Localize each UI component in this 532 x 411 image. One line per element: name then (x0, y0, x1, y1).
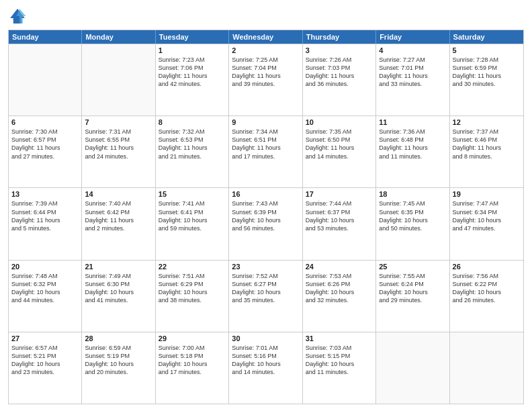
cell-line: Sunrise: 7:36 AM (379, 128, 446, 136)
cell-line: Sunset: 6:37 PM (306, 208, 373, 216)
cell-line: and 17 minutes. (232, 152, 299, 161)
cell-line: Sunrise: 7:37 AM (453, 128, 521, 136)
calendar-cell: 23Sunrise: 7:52 AMSunset: 6:27 PMDayligh… (229, 261, 302, 332)
cell-line: and 8 minutes. (453, 152, 521, 161)
calendar-header-monday: Monday (82, 30, 155, 44)
cell-line: Daylight: 11 hours (11, 216, 79, 224)
cell-line: Sunset: 6:34 PM (453, 208, 521, 216)
calendar-row-1: 6Sunrise: 7:30 AMSunset: 6:57 PMDaylight… (9, 116, 523, 187)
calendar-cell: 18Sunrise: 7:45 AMSunset: 6:35 PMDayligh… (376, 188, 449, 259)
calendar-cell: 15Sunrise: 7:41 AMSunset: 6:41 PMDayligh… (156, 188, 229, 259)
cell-line: Daylight: 10 hours (453, 216, 521, 224)
calendar-cell (450, 332, 523, 404)
cell-line: Sunset: 6:29 PM (159, 280, 226, 288)
calendar-cell: 29Sunrise: 7:00 AMSunset: 5:18 PMDayligh… (156, 332, 229, 404)
cell-line: Sunrise: 7:35 AM (306, 128, 373, 136)
calendar-cell: 7Sunrise: 7:31 AMSunset: 6:55 PMDaylight… (82, 116, 155, 187)
cell-line: Daylight: 10 hours (159, 216, 226, 224)
cell-line: and 17 minutes. (159, 368, 226, 376)
day-number: 16 (232, 190, 299, 198)
cell-line: Daylight: 10 hours (379, 288, 446, 296)
calendar-cell: 30Sunrise: 7:01 AMSunset: 5:16 PMDayligh… (229, 332, 302, 404)
cell-line: Sunrise: 7:41 AM (159, 199, 226, 208)
cell-line: Sunset: 7:04 PM (232, 64, 299, 72)
cell-line: Sunrise: 7:32 AM (159, 128, 226, 136)
cell-line: and 50 minutes. (379, 224, 446, 232)
cell-line: and 38 minutes. (159, 296, 226, 304)
day-number: 22 (159, 263, 226, 271)
cell-line: Sunset: 6:26 PM (306, 280, 373, 288)
cell-line: Daylight: 11 hours (379, 72, 446, 80)
cell-line: Sunset: 6:53 PM (159, 136, 226, 144)
cell-line: and 41 minutes. (85, 296, 152, 304)
cell-line: Sunset: 7:06 PM (159, 64, 226, 72)
cell-line: Daylight: 11 hours (159, 144, 226, 152)
cell-line: and 5 minutes. (11, 224, 79, 232)
cell-line: Sunrise: 7:34 AM (232, 128, 299, 136)
cell-line: Sunrise: 7:27 AM (379, 56, 446, 64)
day-number: 1 (159, 46, 226, 54)
cell-line: Daylight: 11 hours (379, 144, 446, 152)
cell-line: Sunset: 6:24 PM (379, 280, 446, 288)
cell-line: and 11 minutes. (306, 368, 373, 376)
calendar-cell: 6Sunrise: 7:30 AMSunset: 6:57 PMDaylight… (9, 116, 82, 187)
cell-line: Sunrise: 7:52 AM (232, 272, 299, 280)
calendar-cell: 17Sunrise: 7:44 AMSunset: 6:37 PMDayligh… (303, 188, 376, 259)
page-header (8, 7, 524, 26)
cell-line: Sunset: 6:30 PM (85, 280, 152, 288)
calendar-cell: 27Sunrise: 6:57 AMSunset: 5:21 PMDayligh… (9, 332, 82, 404)
cell-line: Sunset: 6:57 PM (11, 136, 79, 144)
day-number: 24 (306, 263, 373, 271)
calendar-cell: 4Sunrise: 7:27 AMSunset: 7:01 PMDaylight… (376, 44, 449, 116)
calendar-header-saturday: Saturday (450, 30, 523, 44)
day-number: 7 (85, 118, 152, 126)
calendar-row-0: 1Sunrise: 7:23 AMSunset: 7:06 PMDaylight… (9, 44, 523, 116)
cell-line: Sunset: 6:35 PM (379, 208, 446, 216)
logo (8, 7, 30, 26)
cell-line: Sunrise: 7:01 AM (232, 344, 299, 352)
cell-line: Sunrise: 7:25 AM (232, 56, 299, 64)
calendar-cell: 14Sunrise: 7:40 AMSunset: 6:42 PMDayligh… (82, 188, 155, 259)
calendar-cell: 20Sunrise: 7:48 AMSunset: 6:32 PMDayligh… (9, 261, 82, 332)
calendar-cell: 26Sunrise: 7:56 AMSunset: 6:22 PMDayligh… (450, 261, 523, 332)
day-number: 25 (379, 263, 446, 271)
calendar-cell: 28Sunrise: 6:59 AMSunset: 5:19 PMDayligh… (82, 332, 155, 404)
calendar-body: 1Sunrise: 7:23 AMSunset: 7:06 PMDaylight… (9, 44, 523, 404)
cell-line: and 36 minutes. (306, 80, 373, 88)
cell-line: Sunrise: 7:31 AM (85, 128, 152, 136)
cell-line: Sunset: 6:46 PM (453, 136, 521, 144)
cell-line: Sunset: 6:22 PM (453, 280, 521, 288)
cell-line: Sunset: 6:48 PM (379, 136, 446, 144)
calendar-cell (9, 44, 82, 116)
cell-line: Daylight: 11 hours (453, 72, 521, 80)
cell-line: and 44 minutes. (11, 296, 79, 304)
day-number: 31 (306, 334, 373, 342)
day-number: 2 (232, 46, 299, 54)
cell-line: Sunset: 6:42 PM (85, 208, 152, 216)
cell-line: Daylight: 10 hours (232, 360, 299, 368)
cell-line: and 56 minutes. (232, 224, 299, 232)
cell-line: Sunset: 5:18 PM (159, 352, 226, 360)
cell-line: Daylight: 10 hours (306, 216, 373, 224)
cell-line: Sunset: 6:32 PM (11, 280, 79, 288)
cell-line: and 32 minutes. (306, 296, 373, 304)
cell-line: Daylight: 11 hours (159, 72, 226, 80)
cell-line: and 42 minutes. (159, 80, 226, 88)
day-number: 21 (85, 263, 152, 271)
day-number: 3 (306, 46, 373, 54)
day-number: 17 (306, 190, 373, 198)
cell-line: Sunrise: 7:49 AM (85, 272, 152, 280)
cell-line: Sunset: 5:21 PM (11, 352, 79, 360)
calendar-cell: 10Sunrise: 7:35 AMSunset: 6:50 PMDayligh… (303, 116, 376, 187)
calendar: SundayMondayTuesdayWednesdayThursdayFrid… (8, 30, 524, 404)
cell-line: and 21 minutes. (159, 152, 226, 161)
cell-line: and 20 minutes. (85, 368, 152, 376)
calendar-page: SundayMondayTuesdayWednesdayThursdayFrid… (0, 0, 532, 411)
cell-line: and 35 minutes. (232, 296, 299, 304)
cell-line: Daylight: 10 hours (85, 288, 152, 296)
day-number: 20 (11, 263, 79, 271)
day-number: 27 (11, 334, 79, 342)
calendar-cell: 9Sunrise: 7:34 AMSunset: 6:51 PMDaylight… (229, 116, 302, 187)
cell-line: Daylight: 11 hours (11, 144, 79, 152)
cell-line: and 23 minutes. (11, 368, 79, 376)
